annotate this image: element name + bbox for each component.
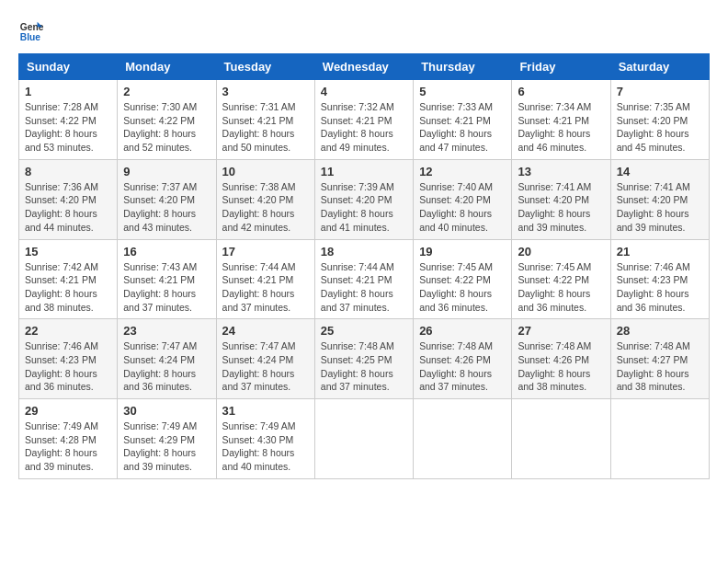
day-info: Sunrise: 7:44 AMSunset: 4:21 PMDaylight:… <box>321 261 394 313</box>
day-info: Sunrise: 7:38 AMSunset: 4:20 PMDaylight:… <box>222 181 296 233</box>
day-number: 25 <box>321 324 407 338</box>
day-number: 26 <box>419 324 506 338</box>
header: General Blue <box>18 18 710 44</box>
day-number: 5 <box>419 85 506 98</box>
svg-text:Blue: Blue <box>20 32 41 42</box>
day-info: Sunrise: 7:48 AMSunset: 4:26 PMDaylight:… <box>518 340 591 392</box>
logo: General Blue <box>18 18 44 44</box>
calendar-week-3: 15 Sunrise: 7:42 AMSunset: 4:21 PMDaylig… <box>19 239 710 319</box>
calendar-cell: 5 Sunrise: 7:33 AMSunset: 4:21 PMDayligh… <box>414 80 512 160</box>
calendar-cell: 28 Sunrise: 7:48 AMSunset: 4:27 PMDaylig… <box>610 319 709 399</box>
day-info: Sunrise: 7:48 AMSunset: 4:26 PMDaylight:… <box>419 340 493 392</box>
calendar-cell: 2 Sunrise: 7:30 AMSunset: 4:22 PMDayligh… <box>118 80 216 160</box>
day-info: Sunrise: 7:39 AMSunset: 4:20 PMDaylight:… <box>321 181 394 233</box>
calendar-cell: 16 Sunrise: 7:43 AMSunset: 4:21 PMDaylig… <box>118 239 216 319</box>
day-info: Sunrise: 7:35 AMSunset: 4:20 PMDaylight:… <box>617 101 690 153</box>
calendar-cell: 6 Sunrise: 7:34 AMSunset: 4:21 PMDayligh… <box>512 80 610 160</box>
day-info: Sunrise: 7:30 AMSunset: 4:22 PMDaylight:… <box>123 101 197 153</box>
weekday-header-thursday: Thursday <box>414 54 512 80</box>
day-info: Sunrise: 7:43 AMSunset: 4:21 PMDaylight:… <box>123 261 197 313</box>
calendar-cell: 9 Sunrise: 7:37 AMSunset: 4:20 PMDayligh… <box>118 159 216 239</box>
day-info: Sunrise: 7:45 AMSunset: 4:22 PMDaylight:… <box>518 261 591 313</box>
calendar-week-2: 8 Sunrise: 7:36 AMSunset: 4:20 PMDayligh… <box>19 159 710 239</box>
logo-icon: General Blue <box>18 18 44 44</box>
weekday-header-wednesday: Wednesday <box>314 54 413 80</box>
day-number: 13 <box>518 165 604 178</box>
calendar-cell <box>314 399 413 479</box>
calendar-week-5: 29 Sunrise: 7:49 AMSunset: 4:28 PMDaylig… <box>19 399 710 479</box>
day-number: 18 <box>321 245 407 259</box>
day-info: Sunrise: 7:46 AMSunset: 4:23 PMDaylight:… <box>25 340 98 392</box>
day-number: 11 <box>321 165 407 178</box>
day-info: Sunrise: 7:47 AMSunset: 4:24 PMDaylight:… <box>123 340 197 392</box>
calendar-cell: 29 Sunrise: 7:49 AMSunset: 4:28 PMDaylig… <box>19 399 118 479</box>
calendar-cell: 21 Sunrise: 7:46 AMSunset: 4:23 PMDaylig… <box>610 239 709 319</box>
calendar-cell: 23 Sunrise: 7:47 AMSunset: 4:24 PMDaylig… <box>118 319 216 399</box>
day-number: 9 <box>123 165 210 178</box>
calendar-cell: 24 Sunrise: 7:47 AMSunset: 4:24 PMDaylig… <box>216 319 314 399</box>
calendar-cell: 18 Sunrise: 7:44 AMSunset: 4:21 PMDaylig… <box>314 239 413 319</box>
day-number: 27 <box>518 324 604 338</box>
calendar-cell: 25 Sunrise: 7:48 AMSunset: 4:25 PMDaylig… <box>314 319 413 399</box>
calendar-cell <box>414 399 512 479</box>
calendar-cell: 14 Sunrise: 7:41 AMSunset: 4:20 PMDaylig… <box>610 159 709 239</box>
day-info: Sunrise: 7:49 AMSunset: 4:28 PMDaylight:… <box>25 420 98 472</box>
weekday-header-friday: Friday <box>512 54 610 80</box>
day-number: 23 <box>123 324 210 338</box>
day-number: 1 <box>25 85 111 98</box>
day-number: 31 <box>222 404 309 418</box>
weekday-header-row: SundayMondayTuesdayWednesdayThursdayFrid… <box>19 54 710 80</box>
calendar-cell: 7 Sunrise: 7:35 AMSunset: 4:20 PMDayligh… <box>610 80 709 160</box>
calendar-cell: 1 Sunrise: 7:28 AMSunset: 4:22 PMDayligh… <box>19 80 118 160</box>
day-number: 8 <box>25 165 111 178</box>
day-info: Sunrise: 7:36 AMSunset: 4:20 PMDaylight:… <box>25 181 98 233</box>
day-number: 22 <box>25 324 111 338</box>
weekday-header-monday: Monday <box>118 54 216 80</box>
day-info: Sunrise: 7:44 AMSunset: 4:21 PMDaylight:… <box>222 261 296 313</box>
calendar-cell: 13 Sunrise: 7:41 AMSunset: 4:20 PMDaylig… <box>512 159 610 239</box>
calendar-cell: 26 Sunrise: 7:48 AMSunset: 4:26 PMDaylig… <box>414 319 512 399</box>
day-number: 6 <box>518 85 604 98</box>
calendar-cell: 3 Sunrise: 7:31 AMSunset: 4:21 PMDayligh… <box>216 80 314 160</box>
calendar-cell: 8 Sunrise: 7:36 AMSunset: 4:20 PMDayligh… <box>19 159 118 239</box>
day-info: Sunrise: 7:34 AMSunset: 4:21 PMDaylight:… <box>518 101 591 153</box>
day-info: Sunrise: 7:28 AMSunset: 4:22 PMDaylight:… <box>25 101 98 153</box>
calendar-week-1: 1 Sunrise: 7:28 AMSunset: 4:22 PMDayligh… <box>19 80 710 160</box>
day-info: Sunrise: 7:45 AMSunset: 4:22 PMDaylight:… <box>419 261 493 313</box>
day-number: 2 <box>123 85 210 98</box>
day-number: 20 <box>518 245 604 259</box>
calendar-cell: 4 Sunrise: 7:32 AMSunset: 4:21 PMDayligh… <box>314 80 413 160</box>
day-info: Sunrise: 7:48 AMSunset: 4:27 PMDaylight:… <box>617 340 690 392</box>
day-info: Sunrise: 7:42 AMSunset: 4:21 PMDaylight:… <box>25 261 98 313</box>
day-info: Sunrise: 7:47 AMSunset: 4:24 PMDaylight:… <box>222 340 296 392</box>
day-info: Sunrise: 7:48 AMSunset: 4:25 PMDaylight:… <box>321 340 394 392</box>
day-number: 28 <box>617 324 703 338</box>
day-info: Sunrise: 7:37 AMSunset: 4:20 PMDaylight:… <box>123 181 197 233</box>
day-number: 24 <box>222 324 309 338</box>
calendar-cell: 10 Sunrise: 7:38 AMSunset: 4:20 PMDaylig… <box>216 159 314 239</box>
day-number: 29 <box>25 404 111 418</box>
calendar-cell: 22 Sunrise: 7:46 AMSunset: 4:23 PMDaylig… <box>19 319 118 399</box>
day-number: 4 <box>321 85 407 98</box>
calendar-cell: 17 Sunrise: 7:44 AMSunset: 4:21 PMDaylig… <box>216 239 314 319</box>
day-info: Sunrise: 7:41 AMSunset: 4:20 PMDaylight:… <box>617 181 690 233</box>
calendar-table: SundayMondayTuesdayWednesdayThursdayFrid… <box>18 53 710 479</box>
day-number: 17 <box>222 245 309 259</box>
day-number: 12 <box>419 165 506 178</box>
svg-text:General: General <box>20 22 44 32</box>
weekday-header-tuesday: Tuesday <box>216 54 314 80</box>
calendar-cell: 30 Sunrise: 7:49 AMSunset: 4:29 PMDaylig… <box>118 399 216 479</box>
calendar-week-4: 22 Sunrise: 7:46 AMSunset: 4:23 PMDaylig… <box>19 319 710 399</box>
day-info: Sunrise: 7:32 AMSunset: 4:21 PMDaylight:… <box>321 101 394 153</box>
day-info: Sunrise: 7:49 AMSunset: 4:29 PMDaylight:… <box>123 420 197 472</box>
calendar-cell: 11 Sunrise: 7:39 AMSunset: 4:20 PMDaylig… <box>314 159 413 239</box>
day-info: Sunrise: 7:31 AMSunset: 4:21 PMDaylight:… <box>222 101 296 153</box>
weekday-header-saturday: Saturday <box>610 54 709 80</box>
day-info: Sunrise: 7:33 AMSunset: 4:21 PMDaylight:… <box>419 101 493 153</box>
calendar-cell <box>610 399 709 479</box>
day-number: 14 <box>617 165 703 178</box>
calendar-cell: 31 Sunrise: 7:49 AMSunset: 4:30 PMDaylig… <box>216 399 314 479</box>
calendar-cell: 12 Sunrise: 7:40 AMSunset: 4:20 PMDaylig… <box>414 159 512 239</box>
day-info: Sunrise: 7:49 AMSunset: 4:30 PMDaylight:… <box>222 420 296 472</box>
calendar-cell <box>512 399 610 479</box>
